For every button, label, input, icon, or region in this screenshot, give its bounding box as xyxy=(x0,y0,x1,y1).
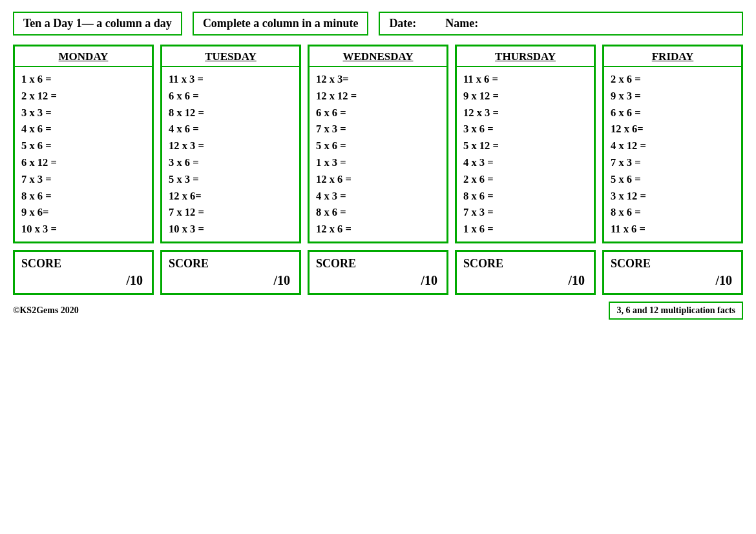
fact-3-1: 9 x 12 = xyxy=(463,88,587,105)
fact-3-4: 5 x 12 = xyxy=(463,138,587,154)
fact-2-6: 12 x 6 = xyxy=(316,171,440,188)
fact-0-7: 8 x 6 = xyxy=(21,188,145,205)
fact-4-6: 5 x 6 = xyxy=(611,171,735,188)
fact-2-2: 6 x 6 = xyxy=(316,105,440,121)
name-label: Name: xyxy=(445,17,478,30)
fact-4-9: 11 x 6 = xyxy=(611,221,735,238)
fact-2-7: 4 x 3 = xyxy=(316,188,440,205)
day-column-friday: FRIDAY2 x 6 =9 x 3 =6 x 6 =12 x 6=4 x 12… xyxy=(602,45,743,243)
fact-1-7: 12 x 6= xyxy=(169,188,293,205)
day-facts-thursday: 11 x 6 =9 x 12 =12 x 3 =3 x 6 =5 x 12 =4… xyxy=(457,67,594,241)
fact-1-0: 11 x 3 = xyxy=(169,71,293,88)
day-facts-tuesday: 11 x 3 =6 x 6 =8 x 12 =4 x 6 =12 x 3 =3 … xyxy=(162,67,299,241)
fact-3-0: 11 x 6 = xyxy=(463,71,587,88)
score-value: /10 xyxy=(169,273,293,288)
day-header-monday: MONDAY xyxy=(15,46,152,67)
facts-label-box: 3, 6 and 12 multiplication facts xyxy=(609,302,743,320)
score-value: /10 xyxy=(316,273,440,288)
fact-0-3: 4 x 6 = xyxy=(21,121,145,138)
facts-label: 3, 6 and 12 multiplication facts xyxy=(616,305,735,315)
fact-0-1: 2 x 12 = xyxy=(21,88,145,105)
title-box: Ten a Day 1— a column a day xyxy=(13,12,182,36)
day-column-wednesday: WEDNESDAY12 x 3=12 x 12 =6 x 6 =7 x 3 =5… xyxy=(308,45,448,243)
score-box-monday: SCORE/10 xyxy=(13,250,154,295)
day-column-thursday: THURSDAY11 x 6 =9 x 12 =12 x 3 =3 x 6 =5… xyxy=(455,45,596,243)
fact-4-5: 7 x 3 = xyxy=(611,154,735,171)
score-label: SCORE xyxy=(21,257,145,271)
fact-3-2: 12 x 3 = xyxy=(463,105,587,121)
fact-1-9: 10 x 3 = xyxy=(169,221,293,238)
fact-1-1: 6 x 6 = xyxy=(169,88,293,105)
subtitle-box: Complete a column in a minute xyxy=(193,12,369,36)
fact-3-8: 7 x 3 = xyxy=(463,204,587,221)
fact-2-1: 12 x 12 = xyxy=(316,88,440,105)
score-label: SCORE xyxy=(169,257,293,271)
day-facts-monday: 1 x 6 =2 x 12 =3 x 3 =4 x 6 =5 x 6 =6 x … xyxy=(15,67,152,241)
fact-1-6: 5 x 3 = xyxy=(169,171,293,188)
fact-0-2: 3 x 3 = xyxy=(21,105,145,121)
main-grid: MONDAY1 x 6 =2 x 12 =3 x 3 =4 x 6 =5 x 6… xyxy=(13,45,743,243)
fact-0-4: 5 x 6 = xyxy=(21,138,145,154)
fact-4-7: 3 x 12 = xyxy=(611,188,735,205)
fact-0-6: 7 x 3 = xyxy=(21,171,145,188)
fact-4-0: 2 x 6 = xyxy=(611,71,735,88)
score-label: SCORE xyxy=(463,257,587,271)
score-value: /10 xyxy=(463,273,587,288)
fact-4-1: 9 x 3 = xyxy=(611,88,735,105)
fact-3-3: 3 x 6 = xyxy=(463,121,587,138)
date-name-box: Date: Name: xyxy=(379,12,743,36)
fact-2-5: 1 x 3 = xyxy=(316,154,440,171)
score-label: SCORE xyxy=(611,257,735,271)
title-text: Ten a Day 1— a column a day xyxy=(23,17,172,30)
score-value: /10 xyxy=(21,273,145,288)
fact-2-3: 7 x 3 = xyxy=(316,121,440,138)
fact-0-9: 10 x 3 = xyxy=(21,221,145,238)
day-column-monday: MONDAY1 x 6 =2 x 12 =3 x 3 =4 x 6 =5 x 6… xyxy=(13,45,154,243)
fact-1-5: 3 x 6 = xyxy=(169,154,293,171)
score-value: /10 xyxy=(611,273,735,288)
day-header-tuesday: TUESDAY xyxy=(162,46,299,67)
fact-2-8: 8 x 6 = xyxy=(316,204,440,221)
fact-0-5: 6 x 12 = xyxy=(21,154,145,171)
day-header-wednesday: WEDNESDAY xyxy=(310,46,446,67)
fact-4-4: 4 x 12 = xyxy=(611,138,735,154)
score-label: SCORE xyxy=(316,257,440,271)
fact-3-9: 1 x 6 = xyxy=(463,221,587,238)
subtitle-text: Complete a column in a minute xyxy=(203,17,359,30)
footer-row: ©KS2Gems 2020 3, 6 and 12 multiplication… xyxy=(13,302,743,320)
score-box-friday: SCORE/10 xyxy=(602,250,743,295)
fact-3-7: 8 x 6 = xyxy=(463,188,587,205)
fact-4-3: 12 x 6= xyxy=(611,121,735,138)
day-facts-friday: 2 x 6 =9 x 3 =6 x 6 =12 x 6=4 x 12 =7 x … xyxy=(604,67,741,241)
fact-4-8: 8 x 6 = xyxy=(611,204,735,221)
fact-4-2: 6 x 6 = xyxy=(611,105,735,121)
fact-2-9: 12 x 6 = xyxy=(316,221,440,238)
score-row: SCORE/10SCORE/10SCORE/10SCORE/10SCORE/10 xyxy=(13,250,743,295)
header-row: Ten a Day 1— a column a day Complete a c… xyxy=(13,12,743,36)
fact-3-6: 2 x 6 = xyxy=(463,171,587,188)
fact-2-4: 5 x 6 = xyxy=(316,138,440,154)
fact-1-8: 7 x 12 = xyxy=(169,204,293,221)
date-label: Date: xyxy=(389,17,416,30)
fact-0-8: 9 x 6= xyxy=(21,204,145,221)
day-facts-wednesday: 12 x 3=12 x 12 =6 x 6 =7 x 3 =5 x 6 =1 x… xyxy=(310,67,446,241)
day-header-thursday: THURSDAY xyxy=(457,46,594,67)
score-box-tuesday: SCORE/10 xyxy=(160,250,301,295)
day-header-friday: FRIDAY xyxy=(604,46,741,67)
score-box-thursday: SCORE/10 xyxy=(455,250,596,295)
copyright: ©KS2Gems 2020 xyxy=(13,305,79,316)
fact-1-3: 4 x 6 = xyxy=(169,121,293,138)
fact-2-0: 12 x 3= xyxy=(316,71,440,88)
score-box-wednesday: SCORE/10 xyxy=(308,250,448,295)
day-column-tuesday: TUESDAY11 x 3 =6 x 6 =8 x 12 =4 x 6 =12 … xyxy=(160,45,301,243)
fact-3-5: 4 x 3 = xyxy=(463,154,587,171)
fact-0-0: 1 x 6 = xyxy=(21,71,145,88)
fact-1-2: 8 x 12 = xyxy=(169,105,293,121)
fact-1-4: 12 x 3 = xyxy=(169,138,293,154)
